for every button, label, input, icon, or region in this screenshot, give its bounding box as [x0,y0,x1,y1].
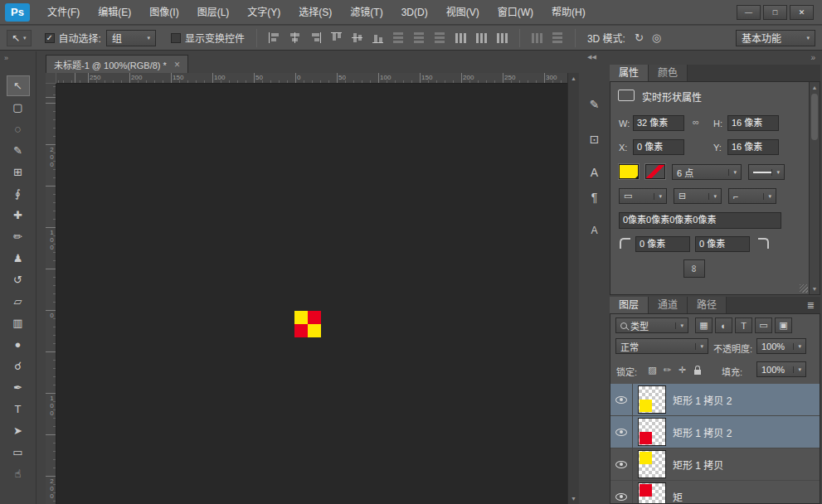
align-vcenter-icon[interactable] [348,30,366,46]
width-field[interactable]: 32 像素 [633,115,684,131]
menu-edit[interactable]: 编辑(E) [89,0,140,25]
collapse-tools-icon[interactable] [0,51,36,68]
distribute-left-icon[interactable] [452,30,469,46]
collapse-dock-icon[interactable] [810,53,815,62]
filter-adjustment-layers-icon[interactable]: ◐ [715,317,732,333]
stroke-width-dropdown[interactable]: 6 点 [672,164,742,180]
corner-radii-field[interactable]: 0像素0像素0像素0像素 [619,212,781,229]
corner-radius-right-field[interactable]: 0 像素 [695,236,750,252]
close-icon[interactable]: × [174,59,180,70]
visibility-toggle[interactable] [610,448,633,480]
layer-thumbnail[interactable] [638,385,666,414]
stroke-caps-dropdown[interactable]: ⊟ [674,188,722,204]
horizontal-ruler[interactable]: 250 200 150 100 50 0 50 100 150 200 250 … [56,73,567,84]
layer-filter-dropdown[interactable]: 类型 [615,317,688,333]
tab-channels[interactable]: 通道 [649,297,688,313]
layer-thumbnail[interactable] [638,450,666,478]
fill-dropdown[interactable]: 100% [756,361,806,377]
layer-name[interactable]: 矩形 1 拷贝 2 [673,425,732,439]
rectangular-marquee-tool[interactable]: ▢ [7,97,30,118]
menu-image[interactable]: 图像(I) [140,0,187,25]
canvas[interactable] [56,84,567,504]
panel-menu-icon[interactable] [807,300,815,311]
menu-help[interactable]: 帮助(H) [542,0,595,25]
align-left-icon[interactable] [265,30,283,46]
layer-thumbnail[interactable] [638,482,666,503]
filter-smart-objects-icon[interactable]: ▣ [775,317,792,333]
type-tool[interactable]: T [7,399,30,419]
stroke-align-dropdown[interactable]: ▭ [619,188,667,204]
distribute-vcenter-icon[interactable] [411,30,428,46]
brush-tool[interactable]: ✏ [7,226,30,247]
lock-paint-icon[interactable]: ✏ [660,363,674,377]
expand-panels-icon[interactable] [587,54,596,61]
menu-file[interactable]: 文件(F) [38,0,89,25]
distribute-right-icon[interactable] [494,30,511,46]
clone-source-panel-icon[interactable]: ⊡ [583,128,606,150]
close-button[interactable]: ✕ [790,5,814,20]
menu-filter[interactable]: 滤镜(T) [341,0,392,25]
layer-thumbnail[interactable] [638,418,666,446]
layer-name[interactable]: 矩形 1 拷贝 2 [673,393,732,407]
hand-tool[interactable]: ☝ [7,463,30,484]
blur-tool[interactable]: ● [7,334,30,355]
menu-layer[interactable]: 图层(L) [188,0,239,25]
history-brush-tool[interactable]: ↺ [7,269,30,290]
align-bottom-icon[interactable] [369,30,387,46]
visibility-toggle[interactable] [610,384,633,415]
lock-all-icon[interactable] [690,363,704,377]
menu-view[interactable]: 视图(V) [437,0,489,25]
opacity-dropdown[interactable]: 100% [756,338,806,354]
path-selection-tool[interactable]: ➤ [7,420,30,441]
canvas-vertical-scrollbar[interactable] [567,73,579,504]
ruler-corner[interactable] [46,73,56,84]
layer-row[interactable]: 矩形 1 拷贝 2 [610,384,820,416]
lock-position-icon[interactable]: ✛ [675,363,689,377]
3d-orbit-icon[interactable]: ↻ [635,32,644,44]
panel-resize-grip[interactable] [800,284,808,293]
menu-select[interactable]: 选择(S) [289,0,341,25]
scroll-up-icon[interactable] [810,85,820,90]
quick-selection-tool[interactable]: ✎ [7,140,30,161]
menu-type[interactable]: 文字(Y) [238,0,289,25]
pen-tool[interactable]: ✒ [7,377,30,398]
clone-stamp-tool[interactable]: ♟ [7,248,30,269]
blend-mode-dropdown[interactable]: 正常 [615,338,708,354]
lock-transparency-icon[interactable]: ▨ [645,363,659,377]
dodge-tool[interactable]: ☌ [7,356,30,376]
fill-color-swatch[interactable] [619,164,639,179]
x-field[interactable]: 0 像素 [633,139,684,155]
move-tool[interactable]: ↖ [7,75,30,96]
3d-pan-icon[interactable]: ◎ [652,32,661,44]
paragraph-panel-icon[interactable]: ¶ [583,186,606,208]
rectangle-tool[interactable]: ▭ [7,442,30,463]
menu-window[interactable]: 窗口(W) [489,0,542,25]
auto-select-target-dropdown[interactable]: 组 [106,30,156,46]
align-hcenter-icon[interactable] [286,30,304,46]
distribute-top-icon[interactable] [390,30,407,46]
filter-type-layers-icon[interactable]: T [735,317,752,333]
gradient-tool[interactable]: ▥ [7,313,30,333]
healing-brush-tool[interactable]: ✚ [7,205,30,225]
tab-layers[interactable]: 图层 [610,297,649,313]
eyedropper-tool[interactable]: ∮ [7,183,30,204]
stroke-type-dropdown[interactable] [748,164,785,180]
distribute-vspace-icon[interactable] [549,30,567,46]
distribute-bottom-icon[interactable] [431,30,449,46]
visibility-toggle[interactable] [610,481,633,503]
maximize-button[interactable]: □ [763,5,787,20]
filter-shape-layers-icon[interactable]: ▭ [755,317,772,333]
tab-properties[interactable]: 属性 [610,65,649,81]
filter-pixel-layers-icon[interactable]: ▦ [695,317,713,333]
stroke-color-swatch[interactable] [645,164,665,179]
layer-row[interactable]: 矩形 1 拷贝 2 [610,416,820,448]
distribute-hspace-icon[interactable] [528,30,546,46]
scroll-up-icon[interactable] [568,75,579,81]
link-radii-button[interactable]: ∞ [683,259,705,278]
scrollbar-thumb[interactable] [811,94,818,140]
scroll-down-icon[interactable] [568,496,579,502]
distribute-hcenter-icon[interactable] [473,30,490,46]
align-right-icon[interactable] [307,30,324,46]
tool-preset-button[interactable]: ↖ [7,30,32,46]
workspace-switcher[interactable]: 基本功能 [736,30,815,46]
